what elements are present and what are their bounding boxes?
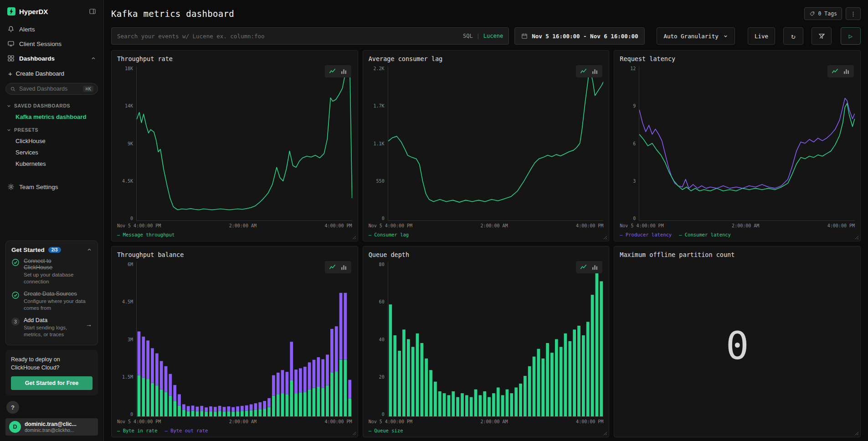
search-placeholder: Saved Dashboards	[19, 86, 67, 92]
sidebar-item-kubernetes[interactable]: Kubernetes	[5, 158, 98, 169]
plot-area	[388, 262, 604, 417]
y-axis-labels: 129630	[620, 66, 639, 221]
tags-button[interactable]: 0 Tags	[804, 7, 842, 20]
play-icon: ▷	[849, 32, 853, 40]
filter-button[interactable]	[812, 27, 832, 45]
line-chart-toggle-icon[interactable]	[329, 68, 336, 75]
granularity-select[interactable]: Auto Granularity	[657, 27, 734, 45]
search-icon	[10, 86, 16, 92]
legend-item: — Byte in rate	[117, 428, 158, 433]
tag-icon	[809, 11, 815, 17]
get-started-step-add-data[interactable]: 3 Add Data Start sending logs, metrics, …	[11, 317, 92, 338]
x-axis-labels: Nov 5 4:00:00 PM2:00:00 AM4:00:00 PM	[117, 223, 352, 228]
header-actions: 0 Tags ⋮	[804, 7, 861, 20]
chart-legend: — Byte in rate— Byte out rate	[117, 428, 352, 433]
line-chart-toggle-icon[interactable]	[329, 264, 336, 271]
bar-chart-toggle-icon[interactable]	[843, 68, 850, 75]
get-started-title: Get Started	[11, 246, 45, 253]
sidebar-item-alerts[interactable]: Alerts	[5, 22, 98, 36]
line-chart-toggle-icon[interactable]	[832, 68, 838, 75]
chart-body: 6M4.5M3M1.5M0	[117, 262, 352, 417]
check-circle-icon	[11, 258, 20, 267]
legend-item: — Consumer latency	[679, 232, 731, 237]
sidebar-item-dashboards[interactable]: Dashboards	[5, 51, 98, 66]
get-started-free-button[interactable]: Get Started for Free	[11, 376, 92, 390]
chart-title: Request latency	[620, 55, 855, 62]
y-axis-labels: 18K14K9K4.5K0	[117, 66, 136, 221]
resize-handle[interactable]	[855, 431, 859, 436]
legend-item: — Byte out rate	[165, 428, 208, 433]
chart-body: 2.2K1.7K1.1K5500	[369, 66, 604, 221]
sql-toggle[interactable]: SQL	[463, 33, 473, 39]
step-subtitle: Configure where your data comes from	[24, 298, 92, 312]
sidebar: HyperDX Alerts Client Sessions Dashboard…	[0, 0, 104, 441]
sidebar-item-kafka-metrics-dashboard[interactable]: Kafka metrics dashboard	[5, 111, 98, 123]
resize-handle[interactable]	[603, 236, 607, 240]
create-dashboard-button[interactable]: + Create Dashboard	[5, 66, 98, 82]
lucene-toggle[interactable]: Lucene	[483, 33, 503, 39]
chart-panel-maximum-offline-partition-count: Maximum offline partition count0	[614, 246, 861, 437]
x-tick-label: Nov 5 4:00:00 PM	[620, 223, 663, 228]
bar-chart-toggle-icon[interactable]	[591, 264, 598, 271]
bar-chart-toggle-icon[interactable]	[340, 68, 347, 75]
chart-legend: — Producer latency— Consumer latency	[620, 232, 855, 237]
saved-dashboards-section-header[interactable]: SAVED DASHBOARDS	[5, 98, 98, 111]
avatar: D	[9, 421, 21, 433]
refresh-button[interactable]: ↻	[783, 27, 803, 45]
y-tick-label: 4.5K	[122, 179, 133, 184]
time-range-picker[interactable]: Nov 5 16:00:00 - Nov 6 16:00:00	[514, 27, 645, 45]
y-tick-label: 6M	[128, 262, 133, 267]
y-tick-label: 12	[630, 66, 636, 71]
query-toolbar: SQL | Lucene Nov 5 16:00:00 - Nov 6 16:0…	[111, 27, 861, 45]
kebab-icon: ⋮	[850, 10, 856, 17]
search-input[interactable]	[117, 33, 458, 40]
line-chart-toggle-icon[interactable]	[580, 68, 587, 75]
y-tick-label: 60	[379, 299, 385, 304]
get-started-header: Get Started 2/3	[11, 246, 92, 253]
x-axis-labels: Nov 5 4:00:00 PM2:00:00 AM4:00:00 PM	[369, 223, 604, 228]
user-menu[interactable]: D dominic.tran@clic... dominic.tran@clic…	[5, 418, 98, 436]
y-tick-label: 1.1K	[374, 141, 385, 146]
resize-handle[interactable]	[352, 236, 356, 240]
run-query-button[interactable]: ▷	[841, 27, 861, 45]
y-tick-label: 4.5M	[122, 299, 133, 304]
chevron-down-icon	[6, 128, 11, 133]
sidebar-item-services[interactable]: Services	[5, 147, 98, 158]
app: HyperDX Alerts Client Sessions Dashboard…	[0, 0, 868, 441]
saved-dashboards-search[interactable]: Saved Dashboards ⌘K	[5, 83, 98, 95]
chart-panel-average-consumer-lag: Average consumer lag2.2K1.7K1.1K5500Nov …	[363, 50, 610, 241]
y-tick-label: 3M	[128, 337, 133, 342]
user-email: dominic.tran@clickho...	[25, 427, 77, 433]
y-tick-label: 0	[130, 216, 133, 221]
y-tick-label: 0	[382, 216, 385, 221]
resize-handle[interactable]	[603, 431, 607, 436]
sidebar-item-team-settings[interactable]: Team Settings	[5, 179, 98, 194]
hyperdx-logo-icon	[7, 7, 15, 15]
legend-item: — Queue size	[369, 428, 403, 433]
legend-item: — Message throughput	[117, 232, 175, 237]
resize-handle[interactable]	[855, 236, 859, 240]
resize-handle[interactable]	[352, 431, 356, 436]
dashboard-menu-button[interactable]: ⋮	[846, 7, 861, 20]
collapse-sidebar-icon[interactable]	[89, 8, 96, 15]
x-tick-label: Nov 5 4:00:00 PM	[117, 223, 161, 228]
chevron-up-icon[interactable]	[87, 247, 92, 252]
sidebar-item-client-sessions[interactable]: Client Sessions	[5, 36, 98, 51]
user-name: dominic.tran@clic...	[25, 421, 77, 427]
bar-chart-toggle-icon[interactable]	[591, 68, 598, 75]
get-started-step-sources[interactable]: Create Data Sources Configure where your…	[11, 291, 92, 312]
plot-area	[388, 66, 604, 221]
get-started-step-connect[interactable]: Connect to ClickHouse Set up your databa…	[11, 258, 92, 286]
chart-panel-queue-depth: Queue depth806040200Nov 5 4:00:00 PM2:00…	[363, 246, 610, 437]
y-axis-labels: 6M4.5M3M1.5M0	[117, 262, 136, 417]
line-chart-toggle-icon[interactable]	[580, 264, 587, 271]
help-button[interactable]: ?	[6, 401, 19, 414]
bar-chart-toggle-icon[interactable]	[340, 264, 347, 271]
live-button[interactable]: Live	[748, 27, 775, 45]
chart-panel-throughput-rate: Throughput rate18K14K9K4.5K0Nov 5 4:00:0…	[111, 50, 358, 241]
sidebar-item-clickhouse[interactable]: ClickHouse	[5, 135, 98, 147]
presets-section-header[interactable]: PRESETS	[5, 123, 98, 135]
chart-title: Maximum offline partition count	[620, 251, 855, 258]
step-title: Add Data	[24, 317, 78, 323]
y-tick-label: 14K	[125, 103, 133, 108]
